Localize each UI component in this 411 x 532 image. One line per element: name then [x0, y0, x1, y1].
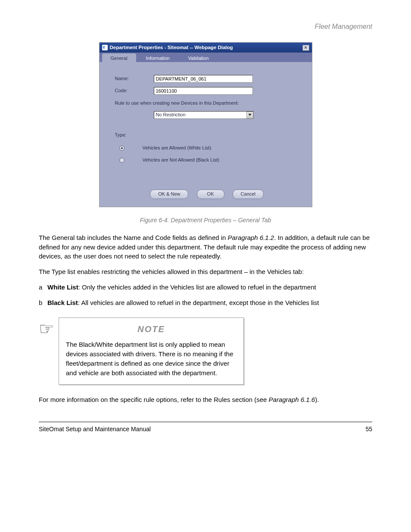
dialog-screenshot: Department Properties - Siteomat -- Webp… [99, 42, 312, 207]
body-text: The General tab includes the Name and Co… [39, 233, 372, 404]
radio-white-list[interactable] [119, 146, 125, 151]
chevron-down-icon[interactable] [246, 112, 253, 118]
radio-black-list[interactable] [119, 158, 125, 163]
bullet-a: a White List: Only the vehicles added in… [39, 283, 372, 292]
radio-black-list-label: Vehicles are Not Allowed (Black List) [143, 157, 220, 164]
note-body: The Black/White department list is only … [66, 340, 237, 377]
close-icon[interactable]: × [302, 45, 309, 51]
rule-label: Rule to use when creating new Devices in… [115, 100, 299, 107]
code-label: Code: [115, 87, 154, 94]
note-title: NOTE [66, 323, 237, 336]
rule-select[interactable]: No Restriction [154, 111, 254, 119]
titlebar: Department Properties - Siteomat -- Webp… [100, 43, 312, 53]
dialog-body: Name: Code: Rule to use when creating ne… [100, 62, 312, 207]
type-label: Type: [115, 132, 299, 139]
name-input[interactable] [154, 75, 253, 83]
footer-page-number: 55 [365, 425, 372, 433]
para-1: The General tab includes the Name and Co… [39, 233, 372, 261]
cancel-button[interactable]: Cancel [233, 190, 264, 199]
bullet-b: b Black List: All vehicles are allowed t… [39, 298, 372, 308]
page-footer: SiteOmat Setup and Maintenance Manual 55 [39, 422, 372, 433]
para-2: The Type list enables restricting the ve… [39, 267, 372, 277]
code-input[interactable] [154, 87, 253, 95]
name-label: Name: [115, 75, 154, 82]
ok-button[interactable]: OK [197, 190, 224, 199]
dialog-title: Department Properties - Siteomat -- Webp… [110, 44, 233, 51]
ref-6-1-6: Paragraph 6.1.6 [269, 396, 315, 403]
figure-caption: Figure 6-4. Department Properties – Gene… [39, 216, 372, 224]
footer-mid [151, 425, 365, 433]
para-3: For more information on the specific rul… [39, 395, 372, 404]
ok-new-button[interactable]: OK & New [150, 190, 188, 199]
footer-left: SiteOmat Setup and Maintenance Manual [39, 425, 151, 433]
rule-value: No Restriction [156, 112, 186, 118]
note-block: ☞ NOTE The Black/White department list i… [39, 317, 372, 385]
ref-6-1-2: Paragraph 6.1.2 [228, 234, 274, 241]
pointing-hand-icon: ☞ [39, 320, 54, 337]
tab-strip: General Information Validation [100, 53, 312, 62]
app-icon [102, 45, 108, 50]
page-header: Fleet Management [39, 22, 372, 31]
radio-white-list-label: Vehicles are Allowed (White List) [143, 145, 212, 152]
